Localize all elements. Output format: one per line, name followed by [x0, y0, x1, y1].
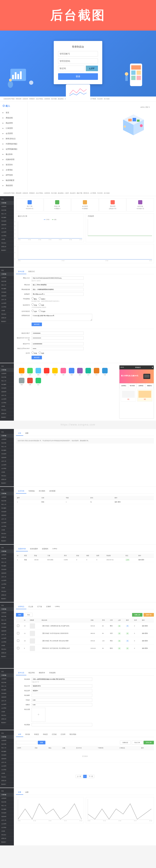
order-print[interactable]: 打印订单 [144, 741, 154, 744]
row-checkbox[interactable] [17, 640, 19, 642]
tab[interactable]: 优惠券列表 [16, 547, 28, 551]
form-input[interactable] [32, 699, 92, 702]
dark-menu-item[interactable]: 会员等级 [0, 768, 14, 772]
radio-option[interactable] [32, 297, 34, 300]
dark-menu-item[interactable]: 订单列表 [0, 793, 14, 797]
dark-menu-item[interactable]: 分类管理 [0, 739, 14, 743]
dark-menu-item[interactable]: 运营工具 [0, 575, 14, 579]
dark-menu-item[interactable]: 运营工具 [0, 298, 14, 302]
dark-menu-item[interactable]: 订单列表 [0, 272, 14, 276]
dark-menu-item[interactable]: 数据统计 [0, 840, 14, 844]
dark-menu-item[interactable]: 库存管理 [0, 386, 14, 390]
dark-menu-item[interactable]: 商品列表 [0, 615, 14, 618]
radio-option[interactable] [39, 310, 41, 312]
dark-menu-item[interactable]: 首页 [0, 430, 14, 434]
dark-menu-item[interactable]: 库存管理 [0, 753, 14, 757]
icon-item[interactable]: 设置 [18, 378, 25, 385]
save-config-button[interactable]: 保存设置 [32, 322, 42, 326]
dark-menu-item[interactable]: 资金流水 [0, 312, 14, 316]
captcha-input[interactable] [58, 66, 84, 71]
dark-menu-item[interactable]: 分销商 [0, 830, 14, 833]
captcha-image[interactable]: L27F [86, 66, 98, 71]
stat-card[interactable]: 会员管理今日新增 0 [71, 198, 99, 212]
tab[interactable]: 基本信息 [16, 671, 26, 675]
icon-item[interactable]: 积分 [93, 368, 100, 376]
dark-menu-item[interactable]: 会员管理 [0, 703, 14, 706]
form-input[interactable] [32, 689, 92, 692]
dark-menu-item[interactable]: 商品上传 [0, 618, 14, 622]
dark-menu-item[interactable]: 退货管理 [0, 695, 14, 699]
tab[interactable]: 待发货 [32, 732, 41, 737]
icon-item[interactable]: 分类 [27, 368, 33, 376]
dark-menu-item[interactable]: 提现记录 [0, 316, 14, 320]
dark-menu-item[interactable]: 分销商 [0, 644, 14, 648]
dark-menu-item[interactable]: 商品列表 [0, 499, 14, 503]
dark-menu-item[interactable]: 商品列表 [0, 209, 14, 212]
dark-menu-item[interactable]: 会员管理 [0, 822, 14, 826]
icon-item[interactable]: 客服 [102, 368, 108, 376]
username-input[interactable] [58, 51, 98, 57]
tab[interactable]: 其他选项 [47, 671, 57, 675]
dark-menu-item[interactable]: 会员等级 [0, 706, 14, 710]
form-input[interactable] [32, 347, 83, 350]
dark-menu-item[interactable]: 会员管理 [0, 521, 14, 525]
dark-menu-item[interactable]: 退货管理 [0, 514, 14, 517]
menu-item[interactable]: ▸会员管理 [0, 131, 28, 136]
dark-menu-item[interactable]: 商品上传 [0, 212, 14, 216]
dark-menu-item[interactable]: 退货管理 [0, 223, 14, 227]
stat-card[interactable]: 配送订单今日配送 0 [44, 198, 71, 212]
dark-menu-item[interactable]: 会员等级 [0, 582, 14, 586]
dark-menu-item[interactable]: 商品编辑 [0, 750, 14, 753]
dark-menu-item[interactable]: 库存管理 [0, 219, 14, 223]
dark-menu-item[interactable]: 订单列表 [0, 608, 14, 611]
dark-menu-item[interactable]: 运营工具 [0, 394, 14, 397]
dark-menu-item[interactable]: 提现记录 [0, 245, 14, 249]
page-next[interactable]: 下一页 [87, 775, 94, 778]
icon-item[interactable]: 订单 [43, 368, 50, 376]
dark-menu-item[interactable]: 运营工具 [0, 517, 14, 521]
dark-menu-item[interactable]: 首页 [0, 604, 14, 608]
dark-menu-item[interactable]: 会员管理 [0, 397, 14, 401]
dark-menu-item[interactable]: 运营工具 [0, 633, 14, 637]
dark-menu-item[interactable]: 商品上传 [0, 445, 14, 448]
menu-item[interactable]: ▸APP管理 [0, 173, 28, 178]
save-pay-button[interactable]: 保存设置 [32, 356, 42, 359]
dark-menu-item[interactable]: 首页 [0, 789, 14, 793]
dark-menu-item[interactable]: 提现记录 [0, 593, 14, 597]
tab[interactable]: Lottery [53, 604, 62, 609]
dark-menu-item[interactable]: 会员等级 [0, 826, 14, 830]
dark-menu-item[interactable]: 分类管理 [0, 611, 14, 615]
dark-menu-item[interactable]: 商品编辑 [0, 808, 14, 811]
dark-menu-item[interactable]: 商品编辑 [0, 688, 14, 692]
tab[interactable]: 已售罄 [44, 604, 53, 609]
tab[interactable]: 商品详情 [26, 671, 37, 675]
upload-box[interactable]: + [32, 708, 45, 722]
form-input[interactable] [32, 283, 83, 286]
dark-menu-item[interactable]: 提现记录 [0, 478, 14, 482]
goods-export-button[interactable]: 导出 [25, 613, 33, 617]
icon-item[interactable]: 收藏 [27, 378, 33, 385]
tab-notice[interactable]: 公告 [16, 431, 23, 436]
dark-menu-item[interactable]: 首页 [0, 365, 14, 368]
dark-menu-item[interactable]: 商品编辑 [0, 383, 14, 386]
dark-menu-item[interactable]: 库存管理 [0, 510, 14, 514]
dark-menu-item[interactable]: 商品上传 [0, 684, 14, 688]
form-input[interactable] [32, 678, 92, 681]
login-button[interactable]: 登录 [58, 73, 98, 80]
goods-down-button[interactable]: 批量下架 [144, 613, 154, 617]
dark-menu-item[interactable]: 数据统计 [0, 320, 14, 323]
row-checkbox[interactable] [17, 632, 19, 634]
menu-item[interactable]: ▸基础选项 [0, 115, 28, 121]
dark-menu-item[interactable]: 订单列表 [0, 492, 14, 495]
tab[interactable]: 等级权益 [26, 489, 37, 494]
dark-menu-item[interactable]: 首页 [0, 732, 14, 735]
dark-menu-item[interactable]: 分销商 [0, 586, 14, 590]
menu-item[interactable]: ▸物流商配置 [0, 178, 28, 183]
tab[interactable]: 全部 [16, 732, 23, 737]
page-1[interactable]: 1 [83, 775, 87, 778]
dark-menu-item[interactable]: 运营工具 [0, 761, 14, 764]
dark-menu-item[interactable]: 分类管理 [0, 372, 14, 375]
dark-menu-item[interactable]: 提现记录 [0, 717, 14, 721]
form-input[interactable] [32, 336, 83, 340]
dark-menu-item[interactable]: 资金流水 [0, 532, 14, 535]
